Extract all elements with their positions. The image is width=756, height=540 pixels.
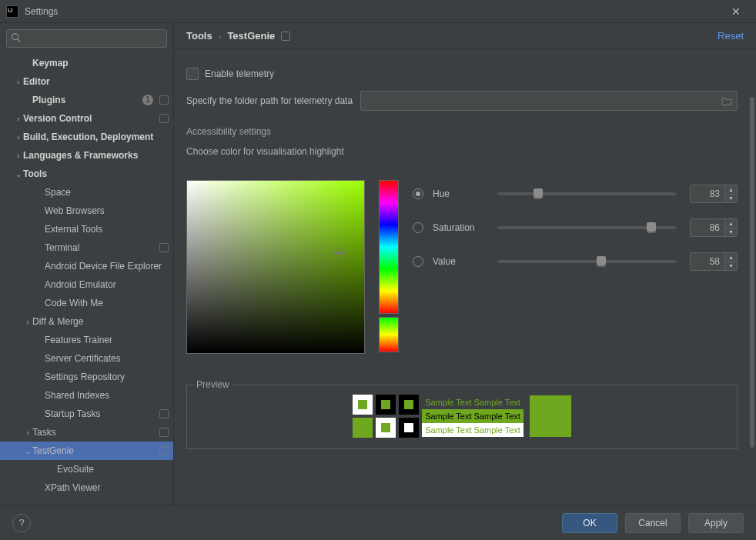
- svg-point-0: [12, 34, 18, 40]
- sidebar-item-tasks[interactable]: ›Tasks: [0, 423, 173, 442]
- scope-icon: [159, 428, 169, 437]
- sidebar-item-tools[interactable]: ⌄Tools: [0, 165, 173, 183]
- sidebar-item-languages-frameworks[interactable]: ›Languages & Frameworks: [0, 146, 173, 165]
- sidebar-item-build-execution-deployment[interactable]: ›Build, Execution, Deployment: [0, 128, 173, 146]
- preview-sample-text: Sample Text Sample Text: [422, 423, 524, 437]
- cancel-button[interactable]: Cancel: [625, 513, 681, 533]
- sidebar-item-settings-repository[interactable]: Settings Repository: [0, 368, 173, 386]
- folder-icon[interactable]: [721, 96, 732, 105]
- hue-strip-secondary[interactable]: [379, 317, 399, 352]
- chevron-right-icon: ›: [219, 32, 222, 41]
- badge: 1: [142, 95, 153, 105]
- hue-input[interactable]: [691, 185, 724, 202]
- value-spinner[interactable]: ▲▼: [690, 252, 738, 271]
- sidebar-item-label: Build, Execution, Deployment: [23, 132, 169, 142]
- app-icon: [6, 5, 18, 18]
- apply-button[interactable]: Apply: [688, 513, 744, 533]
- scrollbar[interactable]: [748, 49, 756, 505]
- spin-up-icon[interactable]: ▲: [725, 219, 737, 228]
- ok-button[interactable]: OK: [562, 513, 617, 533]
- swatch: [353, 418, 373, 438]
- sidebar-item-android-device-file-explorer[interactable]: Android Device File Explorer: [0, 257, 173, 275]
- sidebar-item-label: Version Control: [23, 113, 156, 124]
- preview-big-swatch: [530, 395, 571, 437]
- sidebar-item-external-tools[interactable]: External Tools: [0, 220, 173, 238]
- sidebar-item-label: Shared Indexes: [45, 390, 169, 401]
- sidebar: Keymap›EditorPlugins1›Version Control›Bu…: [0, 23, 174, 505]
- saturation-input[interactable]: [691, 219, 724, 236]
- preview-text-column: Sample Text Sample TextSample Text Sampl…: [422, 395, 524, 437]
- chevron-right-icon: ›: [14, 78, 23, 86]
- scope-icon: [159, 446, 169, 455]
- enable-telemetry-checkbox[interactable]: [186, 68, 199, 80]
- hue-strip[interactable]: [379, 180, 399, 314]
- scope-icon: [159, 243, 169, 252]
- scope-icon: [159, 114, 169, 123]
- sidebar-item-server-certificates[interactable]: Server Certificates: [0, 349, 173, 368]
- swatch: [399, 395, 419, 415]
- spin-down-icon[interactable]: ▼: [725, 228, 737, 237]
- crumb-tools[interactable]: Tools: [186, 30, 212, 42]
- sidebar-item-label: Keymap: [32, 58, 169, 68]
- spin-up-icon[interactable]: ▲: [725, 185, 737, 195]
- hue-radio[interactable]: [413, 188, 423, 199]
- sidebar-item-terminal[interactable]: Terminal: [0, 238, 173, 257]
- saturation-radio[interactable]: [413, 222, 423, 233]
- saturation-slider[interactable]: [497, 226, 676, 229]
- sidebar-item-features-trainer[interactable]: Features Trainer: [0, 331, 173, 349]
- hue-label: Hue: [433, 188, 483, 199]
- value-slider[interactable]: [497, 260, 676, 263]
- saturation-spinner[interactable]: ▲▼: [690, 218, 738, 237]
- sidebar-item-code-with-me[interactable]: Code With Me: [0, 294, 173, 312]
- preview-group: Preview Sample Te: [186, 385, 738, 449]
- chevron-right-icon: ›: [14, 133, 23, 142]
- hue-spinner[interactable]: ▲▼: [690, 185, 738, 203]
- help-button[interactable]: ?: [12, 514, 31, 532]
- spin-down-icon[interactable]: ▼: [725, 195, 737, 203]
- sidebar-item-evosuite[interactable]: EvoSuite: [0, 460, 173, 478]
- sidebar-item-android-emulator[interactable]: Android Emulator: [0, 275, 173, 294]
- sidebar-item-space[interactable]: Space: [0, 183, 173, 202]
- reset-link[interactable]: Reset: [718, 30, 744, 42]
- sidebar-item-label: Plugins: [32, 95, 142, 105]
- spin-down-icon[interactable]: ▼: [725, 262, 737, 271]
- sidebar-item-plugins[interactable]: Plugins1: [0, 91, 173, 109]
- sidebar-item-label: EvoSuite: [57, 464, 169, 475]
- sidebar-item-startup-tasks[interactable]: Startup Tasks: [0, 405, 173, 423]
- chevron-down-icon: ⌄: [23, 447, 32, 455]
- scope-icon: [159, 409, 169, 418]
- telemetry-path-label: Specify the folder path for telemetry da…: [186, 95, 353, 106]
- sidebar-item-version-control[interactable]: ›Version Control: [0, 109, 173, 128]
- sidebar-item-editor[interactable]: ›Editor: [0, 72, 173, 91]
- preview-sample-text: Sample Text Sample Text: [422, 409, 524, 423]
- swatch: [376, 418, 396, 438]
- sidebar-item-label: Startup Tasks: [45, 408, 156, 419]
- sidebar-item-label: Features Trainer: [45, 335, 169, 345]
- hue-slider[interactable]: [497, 192, 676, 195]
- sidebar-item-label: Languages & Frameworks: [23, 150, 169, 161]
- close-icon[interactable]: ✕: [722, 5, 750, 18]
- sidebar-item-testgenie[interactable]: ⌄TestGenie: [0, 442, 173, 460]
- hsv-controls: Hue▲▼Saturation▲▼Value▲▼: [413, 180, 738, 271]
- sidebar-item-label: Server Certificates: [45, 353, 169, 364]
- sidebar-item-label: Tools: [23, 168, 169, 179]
- chevron-right-icon: ›: [23, 428, 32, 437]
- titlebar: Settings ✕: [0, 0, 756, 23]
- sidebar-item-web-browsers[interactable]: Web Browsers: [0, 202, 173, 220]
- sidebar-item-xpath-viewer[interactable]: XPath Viewer: [0, 478, 173, 497]
- color-field-cursor[interactable]: [334, 248, 345, 258]
- value-input[interactable]: [691, 253, 724, 270]
- swatch: [353, 395, 373, 415]
- telemetry-path-input[interactable]: [366, 95, 721, 107]
- spin-up-icon[interactable]: ▲: [725, 253, 737, 262]
- telemetry-path-field[interactable]: [360, 91, 738, 111]
- sidebar-item-label: Web Browsers: [45, 205, 169, 216]
- crumb-testgenie: TestGenie: [227, 30, 275, 42]
- sidebar-item-label: Space: [45, 187, 169, 198]
- color-field[interactable]: [186, 180, 365, 354]
- value-radio[interactable]: [413, 256, 423, 267]
- sidebar-item-diff-merge[interactable]: ›Diff & Merge: [0, 312, 173, 331]
- search-input[interactable]: [6, 29, 167, 48]
- sidebar-item-shared-indexes[interactable]: Shared Indexes: [0, 386, 173, 405]
- sidebar-item-keymap[interactable]: Keymap: [0, 54, 173, 72]
